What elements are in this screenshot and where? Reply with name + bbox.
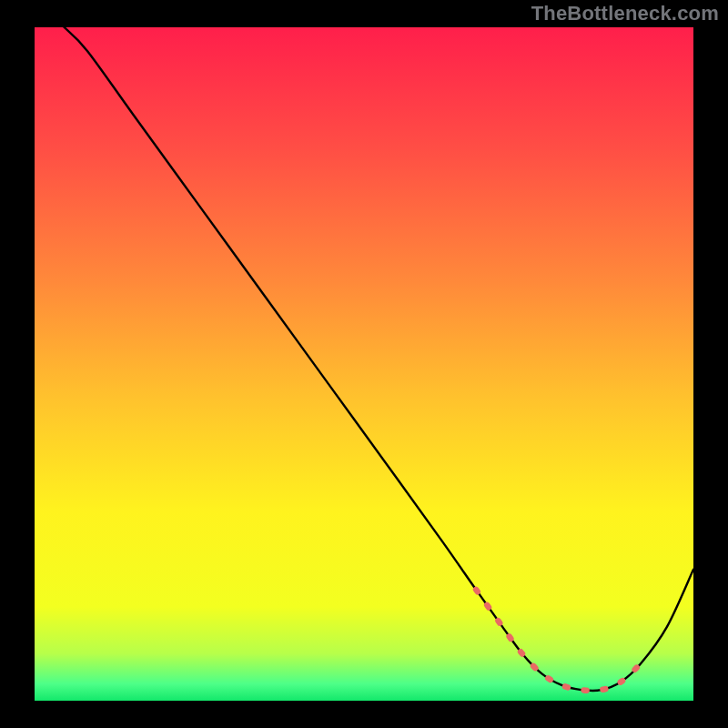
- plot-svg: [35, 27, 693, 701]
- gradient-plot: [35, 27, 693, 701]
- watermark-text: TheBottleneck.com: [531, 2, 719, 25]
- chart-frame: TheBottleneck.com: [0, 0, 728, 728]
- gradient-rect: [35, 27, 693, 701]
